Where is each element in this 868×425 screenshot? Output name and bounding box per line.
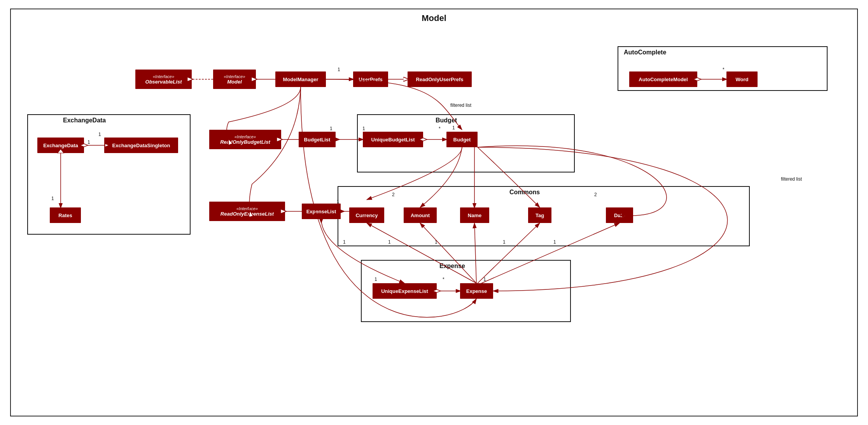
box-amount: Amount <box>404 207 437 223</box>
mult-10: 2 <box>594 192 597 197</box>
section-expense-title: Expense <box>439 263 465 270</box>
mult-14: 1 <box>503 239 506 245</box>
box-readonlyuserprefs: ReadOnlyUserPrefs <box>408 71 472 87</box>
box-name-label: Name <box>468 212 481 218</box>
box-name: Name <box>460 207 489 223</box>
mult-11: 1 <box>343 239 346 245</box>
box-tag: Tag <box>528 207 551 223</box>
mult-19: * <box>723 67 724 72</box>
mult-1: 1 <box>98 132 101 137</box>
box-exchangedata: ExchangeData <box>37 138 84 153</box>
mult-17: * <box>443 277 444 282</box>
section-exchangedata-title: ExchangeData <box>63 117 106 124</box>
box-word-label: Word <box>736 77 749 82</box>
box-readonlybudgetlist-name: ReadOnlyBudgetList <box>220 139 270 145</box>
box-word: Word <box>726 71 758 87</box>
section-budget-title: Budget <box>436 117 457 124</box>
filtered-label-1: filtered list <box>450 103 471 108</box>
box-expenselist-label: ExpenseList <box>306 209 336 214</box>
box-exchangedata-label: ExchangeData <box>43 143 78 148</box>
box-userprefs: UserPrefs <box>353 71 388 87</box>
box-uniquebudgetlist-label: UniqueBudgetList <box>371 137 415 143</box>
mult-3: 1 <box>51 196 54 201</box>
box-observablelist: «Interface» ObservableList <box>135 70 192 89</box>
box-rates: Rates <box>50 207 81 223</box>
box-date-label: Date <box>614 212 625 218</box>
box-currency: Currency <box>349 207 384 223</box>
box-date: Date <box>606 207 633 223</box>
box-model-interface: «Interface» Model <box>213 70 256 89</box>
box-budget: Budget <box>446 132 478 147</box>
section-commons-title: Commons <box>509 189 540 196</box>
filtered-label-2: filtered list <box>781 176 802 182</box>
box-uniquebudgetlist: UniqueBudgetList <box>363 132 423 147</box>
box-model-stereotype: «Interface» <box>224 74 245 79</box>
box-uniqueexpenselist: UniqueExpenseList <box>373 283 437 299</box>
box-amount-label: Amount <box>411 212 430 218</box>
box-observablelist-stereotype: «Interface» <box>153 74 174 79</box>
box-currency-label: Currency <box>355 212 378 218</box>
box-expense-label: Expense <box>466 288 487 294</box>
box-observablelist-name: ObservableList <box>145 79 182 85</box>
mult-15: 1 <box>553 239 556 245</box>
box-model-name: Model <box>227 79 242 85</box>
mult-9: 2 <box>392 192 395 197</box>
mult-16: 1 <box>374 277 377 282</box>
diagram-container: Model AutoComplete ExchangeData Budget C… <box>10 9 858 416</box>
box-readonlyexpenselist-stereotype: «Interface» <box>236 206 258 211</box>
box-readonlyuserprefs-label: ReadOnlyUserPrefs <box>416 77 463 82</box>
box-readonlyexpenselist: «Interface» ReadOnlyExpenseList <box>209 202 285 221</box>
mult-4: 1 <box>330 126 332 131</box>
box-readonlybudgetlist-stereotype: «Interface» <box>234 134 256 139</box>
mult-5: 1 <box>362 126 365 131</box>
box-readonlyexpenselist-name: ReadOnlyExpenseList <box>220 211 274 217</box>
box-tag-label: Tag <box>536 212 544 218</box>
mult-7: 1 <box>452 125 455 131</box>
mult-20: 1 <box>338 67 340 72</box>
box-expense: Expense <box>460 283 493 299</box>
box-exchangedatasingleton: ExchangeDataSingleton <box>104 138 178 153</box>
mult-12: 1 <box>388 239 391 245</box>
box-rates-label: Rates <box>58 212 72 218</box>
section-autocomplete-title: AutoComplete <box>624 49 666 56</box>
box-budget-label: Budget <box>453 137 471 143</box>
box-modelmanager-label: ModelManager <box>283 77 318 82</box>
mult-8: 1 <box>337 199 340 204</box>
box-userprefs-label: UserPrefs <box>359 77 382 82</box>
mult-18: 1 <box>483 277 486 282</box>
box-uniqueexpenselist-label: UniqueExpenseList <box>381 288 428 294</box>
box-budgetlist: BudgetList <box>299 132 336 147</box>
mult-2: 1 <box>88 139 90 145</box>
box-exchangedatasingleton-label: ExchangeDataSingleton <box>112 143 170 148</box>
box-autocompletemodel: AutoCompleteModel <box>629 71 697 87</box>
box-readonlybudgetlist: «Interface» ReadOnlyBudgetList <box>209 130 281 149</box>
box-budgetlist-label: BudgetList <box>304 137 331 143</box>
mult-13: 1 <box>435 239 438 245</box>
box-expenselist: ExpenseList <box>302 204 341 219</box>
box-modelmanager: ModelManager <box>275 71 326 87</box>
mult-6: * <box>439 126 441 131</box>
diagram-title: Model <box>422 13 446 23</box>
box-autocompletemodel-label: AutoCompleteModel <box>639 77 688 82</box>
